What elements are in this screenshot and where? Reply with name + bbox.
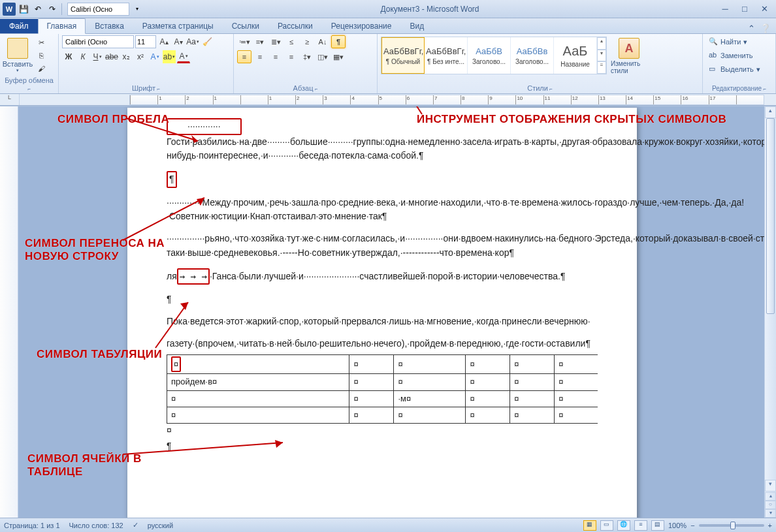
shrink-font-icon[interactable]: A▾ [172, 35, 185, 48]
paste-button[interactable]: Вставить ▾ [3, 37, 32, 74]
scroll-down-icon[interactable]: ▾ [765, 480, 776, 492]
shading-icon[interactable]: ◫▾ [315, 50, 330, 63]
zoom-slider[interactable] [699, 524, 764, 527]
paragraph-6[interactable]: ¶ [167, 292, 598, 307]
align-right-icon[interactable]: ≡ [268, 50, 283, 63]
decrease-indent-icon[interactable]: ≤ [284, 35, 299, 48]
zoom-level[interactable]: 100% [668, 522, 687, 529]
numbering-icon[interactable]: ≡▾ [253, 35, 267, 48]
style-heading2[interactable]: АаБбВвЗаголово... [511, 37, 554, 74]
font-color-icon[interactable]: A [177, 50, 190, 63]
line-spacing-icon[interactable]: ‡▾ [300, 50, 314, 63]
replace-button[interactable]: abЗаменить [706, 49, 772, 62]
tab-layout[interactable]: Разметка страницы [133, 18, 223, 33]
select-button[interactable]: ▭Выделить ▾ [706, 63, 772, 76]
italic-icon[interactable]: К [76, 50, 89, 63]
outline-view-icon[interactable]: ≡ [634, 520, 647, 531]
style-gallery[interactable]: АаБбВвГг,¶ Обычный АаБбВвГг,¶ Без инте..… [381, 37, 607, 74]
save-icon[interactable]: 💾 [17, 3, 30, 16]
vertical-ruler[interactable] [0, 106, 18, 518]
format-painter-icon[interactable]: 🖌 [35, 63, 48, 74]
status-language[interactable]: русский [148, 522, 173, 529]
tab-home[interactable]: Главная [38, 18, 86, 34]
page-content[interactable]: ·············Гости·разбились·на·две·····… [127, 108, 637, 480]
full-screen-view-icon[interactable]: ▭ [600, 520, 613, 531]
tab-references[interactable]: Ссылки [223, 18, 268, 33]
next-page-icon[interactable]: ▾ [765, 509, 776, 518]
gallery-expand-icon[interactable]: ≡ [597, 61, 606, 74]
document-scroll[interactable]: ·············Гости·разбились·на·две·····… [18, 106, 776, 518]
close-button[interactable]: ✕ [755, 3, 773, 15]
grow-font-icon[interactable]: A▴ [157, 35, 170, 48]
paragraph-3[interactable]: ··············Между·прочим,·речь·зашла·п… [167, 196, 598, 224]
undo-icon[interactable]: ↶ [31, 3, 44, 16]
highlight-icon[interactable]: ab [163, 50, 176, 63]
status-proofing-icon[interactable]: ✓ [133, 521, 138, 529]
align-left-icon[interactable]: ≡ [237, 50, 251, 63]
paragraph-5[interactable]: ля→ → →·Ганса·были·лучшей·и·············… [167, 268, 598, 285]
tab-file[interactable]: Файл [0, 19, 38, 33]
font-size-input[interactable] [135, 35, 156, 48]
text-effects-icon[interactable]: A [148, 50, 161, 63]
tab-view[interactable]: Вид [400, 18, 433, 33]
zoom-in-icon[interactable]: + [768, 522, 772, 529]
style-title[interactable]: АаБНазвание [554, 37, 597, 74]
show-hide-pilcrow-button[interactable]: ¶ [331, 35, 346, 48]
zoom-knob[interactable] [730, 522, 736, 529]
gallery-up-icon[interactable]: ▴ [597, 37, 606, 50]
tab-insert[interactable]: Вставка [86, 18, 133, 33]
style-normal[interactable]: АаБбВвГг,¶ Обычный [381, 37, 425, 74]
style-heading1[interactable]: АаБбВЗаголово... [468, 37, 511, 74]
style-no-spacing[interactable]: АаБбВвГг,¶ Без инте... [425, 37, 468, 74]
copy-icon[interactable]: ⎘ [35, 50, 48, 61]
table-row: пройдем·в¤¤¤¤¤¤ [167, 374, 598, 390]
tab-review[interactable]: Рецензирование [322, 18, 401, 33]
clear-formatting-icon[interactable]: 🧹 [201, 35, 214, 48]
sort-icon[interactable]: A↓ [315, 35, 330, 48]
bullets-icon[interactable]: ≔▾ [237, 35, 251, 48]
increase-indent-icon[interactable]: ≥ [300, 35, 314, 48]
change-case-icon[interactable]: Aa [186, 35, 199, 48]
help-icon[interactable]: ❔ [760, 23, 771, 33]
subscript-icon[interactable]: x₂ [120, 50, 133, 63]
qat-customize-icon[interactable]: ▾ [131, 3, 144, 16]
vertical-scrollbar[interactable]: ▴ ▾ ▴ ○ ▾ [764, 106, 776, 518]
after-table-mark[interactable]: ¤ [167, 424, 598, 438]
minimize-ribbon-icon[interactable]: ⌃ [748, 23, 755, 33]
document-table[interactable]: ¤¤¤¤¤¤ пройдем·в¤¤¤¤¤¤ ¤¤·м¤¤¤¤ ¤¤¤¤¤¤ [167, 354, 598, 424]
change-styles-button[interactable]: A Изменить стили [609, 37, 649, 76]
bold-icon[interactable]: Ж [62, 50, 75, 63]
browse-object-icon[interactable]: ○ [765, 501, 776, 509]
tab-mailings[interactable]: Рассылки [268, 18, 322, 33]
superscript-icon[interactable]: x² [134, 50, 147, 63]
paragraph-2[interactable]: ¶ [167, 171, 598, 188]
redo-icon[interactable]: ↷ [46, 3, 59, 16]
paragraph-4[interactable]: ···············рьяно,·что·хозяйка·тут·же… [167, 232, 598, 260]
prev-page-icon[interactable]: ▴ [765, 492, 776, 501]
maximize-button[interactable]: □ [736, 3, 754, 15]
cut-icon[interactable]: ✂ [35, 37, 48, 48]
underline-icon[interactable]: Ч [91, 50, 104, 63]
qat-font-selector[interactable] [67, 3, 129, 16]
status-words[interactable]: Число слов: 132 [69, 522, 123, 529]
web-layout-view-icon[interactable]: 🌐 [617, 520, 630, 531]
font-name-input[interactable] [62, 35, 134, 48]
strike-icon[interactable]: abe [105, 50, 118, 63]
borders-icon[interactable]: ▦▾ [331, 50, 346, 63]
paragraph-8[interactable]: газету·(впрочем,·читать·в·ней·было·решит… [167, 337, 598, 351]
justify-icon[interactable]: ≡ [284, 50, 299, 63]
horizontal-ruler[interactable]: 1211234567891011121314151617 [129, 95, 764, 105]
status-page[interactable]: Страница: 1 из 1 [4, 522, 60, 529]
print-layout-view-icon[interactable]: ▦ [583, 520, 596, 531]
gallery-down-icon[interactable]: ▾ [597, 50, 606, 62]
scroll-up-icon[interactable]: ▴ [765, 106, 776, 118]
zoom-out-icon[interactable]: − [690, 522, 694, 529]
find-button[interactable]: 🔍Найти ▾ [706, 35, 772, 48]
align-center-icon[interactable]: ≡ [253, 50, 267, 63]
minimize-button[interactable]: ─ [716, 3, 734, 15]
multilevel-icon[interactable]: ≣▾ [268, 35, 283, 48]
paragraph-7[interactable]: Пока·ведется·этот·жаркий·спор,·который·п… [167, 315, 598, 329]
final-pilcrow[interactable]: ¶ [167, 439, 598, 454]
scroll-thumb[interactable] [766, 118, 775, 314]
draft-view-icon[interactable]: ▤ [651, 520, 664, 531]
